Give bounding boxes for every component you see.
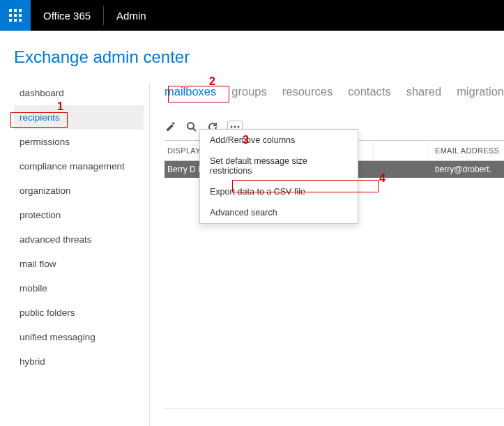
sidebar-item-compliance[interactable]: compliance management bbox=[14, 154, 144, 178]
svg-rect-0 bbox=[9, 9, 12, 12]
edit-button[interactable] bbox=[165, 121, 177, 133]
section-label[interactable]: Admin bbox=[104, 10, 159, 22]
svg-point-12 bbox=[234, 126, 236, 128]
svg-rect-7 bbox=[14, 19, 17, 22]
sidebar: dashboard recipients permissions complia… bbox=[0, 81, 144, 374]
search-button[interactable] bbox=[185, 121, 198, 133]
svg-point-9 bbox=[188, 123, 194, 129]
waffle-icon bbox=[9, 9, 22, 22]
tab-groups[interactable]: groups bbox=[231, 85, 266, 98]
column-email-address[interactable]: EMAIL ADDRESS bbox=[429, 141, 504, 160]
sidebar-item-organization[interactable]: organization bbox=[14, 178, 144, 203]
brand-label[interactable]: Office 365 bbox=[31, 10, 103, 22]
sidebar-item-permissions[interactable]: permissions bbox=[14, 130, 144, 154]
tab-shared[interactable]: shared bbox=[406, 85, 441, 98]
sidebar-item-protection[interactable]: protection bbox=[14, 203, 144, 227]
menu-item-default-size-restrictions[interactable]: Set default message size restrictions bbox=[200, 151, 358, 181]
column-mailbox-type[interactable] bbox=[374, 141, 429, 160]
sidebar-item-advanced-threats[interactable]: advanced threats bbox=[14, 227, 144, 252]
page-title: Exchange admin center bbox=[0, 31, 504, 81]
tab-mailboxes[interactable]: mailboxes bbox=[165, 85, 216, 98]
cell-mailbox-type bbox=[374, 161, 429, 178]
app-launcher-button[interactable] bbox=[0, 0, 31, 31]
cell-email: berry@drobert. bbox=[429, 161, 504, 178]
search-icon bbox=[186, 121, 197, 132]
tab-migration[interactable]: migration bbox=[457, 85, 504, 98]
tab-contacts[interactable]: contacts bbox=[348, 85, 390, 98]
svg-rect-5 bbox=[19, 14, 22, 17]
main-content: mailboxes groups resources contacts shar… bbox=[144, 81, 504, 409]
top-bar: Office 365 Admin bbox=[0, 0, 504, 31]
sidebar-item-unified-messaging[interactable]: unified messaging bbox=[14, 325, 144, 349]
bottom-rule bbox=[165, 408, 504, 409]
svg-point-11 bbox=[231, 126, 233, 128]
svg-point-13 bbox=[238, 126, 240, 128]
svg-rect-3 bbox=[9, 14, 12, 17]
tab-resources[interactable]: resources bbox=[282, 85, 333, 98]
more-menu: Add/Remove columns Set default message s… bbox=[199, 129, 358, 224]
menu-item-export-csv[interactable]: Export data to a CSV file bbox=[200, 181, 358, 202]
menu-item-advanced-search[interactable]: Advanced search bbox=[200, 202, 358, 223]
sidebar-item-hybrid[interactable]: hybrid bbox=[14, 349, 144, 374]
svg-rect-8 bbox=[19, 19, 22, 22]
sidebar-item-dashboard[interactable]: dashboard bbox=[14, 81, 144, 105]
svg-rect-6 bbox=[9, 19, 12, 22]
menu-item-add-remove-columns[interactable]: Add/Remove columns bbox=[200, 130, 358, 151]
recipient-tabs: mailboxes groups resources contacts shar… bbox=[165, 81, 504, 111]
svg-line-10 bbox=[193, 128, 196, 131]
svg-rect-1 bbox=[14, 9, 17, 12]
sidebar-item-recipients[interactable]: recipients bbox=[14, 105, 144, 130]
svg-rect-4 bbox=[14, 14, 17, 17]
pencil-icon bbox=[165, 121, 176, 132]
sidebar-item-mobile[interactable]: mobile bbox=[14, 276, 144, 301]
svg-rect-2 bbox=[19, 9, 22, 12]
sidebar-item-mail-flow[interactable]: mail flow bbox=[14, 252, 144, 276]
sidebar-item-public-folders[interactable]: public folders bbox=[14, 301, 144, 325]
